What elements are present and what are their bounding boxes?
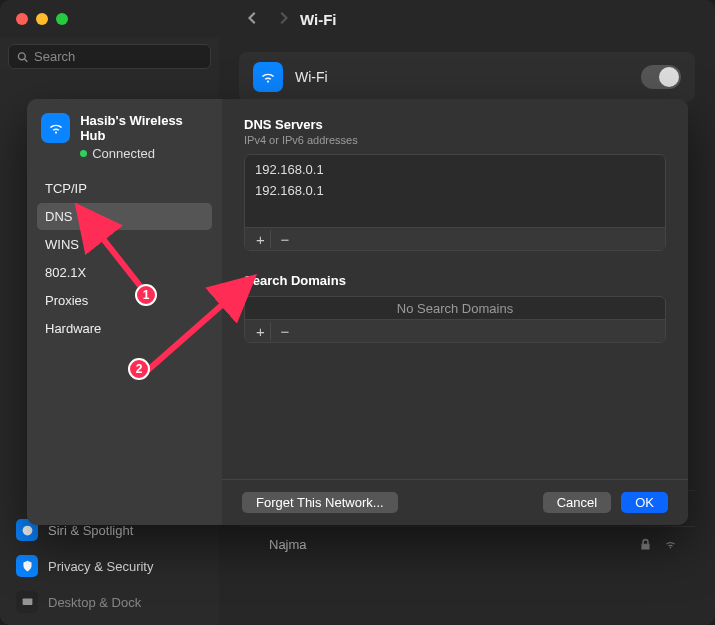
svg-point-2 [22,525,32,535]
forward-button[interactable] [276,11,290,28]
dns-servers-list: 192.168.0.1192.168.0.1 + − [244,154,666,251]
titlebar: Wi-Fi [0,0,715,38]
search-input[interactable] [34,49,202,64]
dns-section-subtitle: IPv4 or IPv6 addresses [244,134,666,146]
network-settings-modal: Hasib's Wireless Hub Connected TCP/IPDNS… [27,99,688,525]
forget-network-button[interactable]: Forget This Network... [242,492,398,513]
network-row[interactable]: Najma [239,526,695,562]
back-button[interactable] [246,11,260,28]
dns-server-row[interactable]: 192.168.0.1 [245,180,665,201]
wifi-icon [41,113,70,143]
network-name: Najma [269,537,627,552]
wifi-label: Wi-Fi [295,69,328,85]
modal-sidebar: Hasib's Wireless Hub Connected TCP/IPDNS… [27,99,222,525]
svg-line-1 [25,59,28,62]
sidebar-item-label: Privacy & Security [48,559,153,574]
lock-icon [639,538,652,551]
remove-dns-button[interactable]: − [275,230,295,248]
sidebar-item-label: Desktop & Dock [48,595,141,610]
network-name: Hasib's Wireless Hub [80,113,208,143]
dns-server-row[interactable]: 192.168.0.1 [245,159,665,180]
sidebar-item-desktop[interactable]: Desktop & Dock [8,585,211,619]
search-icon [17,51,28,63]
status-dot-icon [80,150,87,157]
sidebar-item-privacy[interactable]: Privacy & Security [8,549,211,583]
panel-title: Wi-Fi [300,0,337,38]
modal-tab-hardware[interactable]: Hardware [37,315,212,342]
add-dns-button[interactable]: + [251,230,271,248]
wifi-toggle[interactable] [641,65,681,89]
svg-point-0 [18,52,25,59]
search-domains-empty: No Search Domains [245,297,665,319]
modal-tab-dns[interactable]: DNS [37,203,212,230]
modal-header: Hasib's Wireless Hub Connected [27,113,222,175]
search-field[interactable] [8,44,211,69]
dns-section-title: DNS Servers [244,117,666,132]
dns-panel: DNS Servers IPv4 or IPv6 addresses 192.1… [222,99,688,479]
modal-tab-wins[interactable]: WINS [37,231,212,258]
modal-tab-tcpip[interactable]: TCP/IP [37,175,212,202]
close-window-button[interactable] [16,13,28,25]
connection-status: Connected [80,146,208,161]
desktop-icon [16,591,38,613]
modal-tab-proxies[interactable]: Proxies [37,287,212,314]
search-domains-title: Search Domains [244,273,666,288]
remove-search-domain-button[interactable]: − [275,322,295,340]
minimize-window-button[interactable] [36,13,48,25]
add-search-domain-button[interactable]: + [251,322,271,340]
privacy-icon [16,555,38,577]
wifi-signal-icon [664,538,677,551]
fullscreen-window-button[interactable] [56,13,68,25]
search-domains-list: No Search Domains + − [244,296,666,343]
cancel-button[interactable]: Cancel [543,492,611,513]
svg-rect-3 [22,598,32,605]
modal-footer: Forget This Network... Cancel OK [222,479,688,525]
modal-tab-8021x[interactable]: 802.1X [37,259,212,286]
window-controls [0,13,68,25]
ok-button[interactable]: OK [621,492,668,513]
wifi-header: Wi-Fi [239,52,695,102]
wifi-icon [253,62,283,92]
